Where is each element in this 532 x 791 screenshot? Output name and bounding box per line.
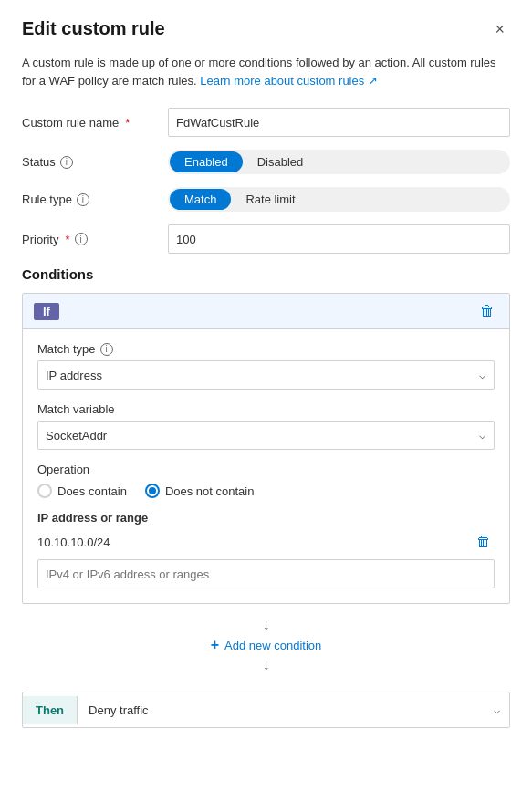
plus-icon: + [211, 637, 219, 653]
status-disabled-button[interactable]: Disabled [243, 151, 318, 172]
does-not-contain-radio-circle [145, 484, 160, 498]
condition-header: If 🗑 [23, 294, 509, 329]
add-condition-row: ↓ + Add new condition ↓ [22, 604, 510, 684]
does-contain-label: Does contain [57, 484, 127, 498]
ip-section-label: IP address or range [37, 511, 495, 525]
if-badge: If [34, 303, 59, 320]
match-type-select[interactable]: IP address Geo location HTTP header Requ… [37, 360, 495, 390]
priority-info-icon[interactable]: i [75, 233, 88, 245]
custom-rule-name-row: Custom rule name * [22, 108, 510, 137]
edit-custom-rule-panel: Edit custom rule × A custom rule is made… [0, 0, 532, 791]
rule-type-match-button[interactable]: Match [170, 189, 231, 210]
custom-rule-name-control [168, 108, 510, 137]
learn-more-link[interactable]: Learn more about custom rules ↗ [200, 74, 378, 88]
ip-range-input[interactable] [37, 559, 495, 588]
priority-control [168, 224, 510, 254]
custom-rule-name-input[interactable] [168, 108, 510, 137]
conditions-box: If 🗑 Match type i IP address Geo locatio… [22, 293, 510, 604]
match-variable-label: Match variable [37, 402, 495, 416]
priority-required-marker: * [65, 233, 69, 246]
ip-row: 10.10.10.0/24 🗑 [37, 532, 495, 552]
close-button[interactable]: × [489, 19, 510, 39]
description-text: A custom rule is made up of one or more … [22, 54, 510, 89]
then-select-wrapper: Deny traffic Allow traffic Log ⌵ [78, 692, 509, 727]
ip-value: 10.10.10.0/24 [37, 536, 465, 549]
custom-rule-name-label: Custom rule name * [22, 116, 168, 130]
status-info-icon[interactable]: i [60, 156, 73, 169]
priority-label: Priority * i [22, 233, 168, 246]
arrow-down-2-icon: ↓ [263, 657, 270, 673]
rule-type-rate-limit-button[interactable]: Rate limit [231, 189, 309, 210]
status-control: Enabled Disabled [168, 150, 510, 174]
delete-ip-button[interactable]: 🗑 [473, 532, 495, 552]
does-contain-radio-circle [37, 484, 52, 498]
rule-type-row: Rule type i Match Rate limit [22, 187, 510, 212]
does-not-contain-label: Does not contain [165, 484, 255, 498]
add-condition-label: Add new condition [224, 639, 321, 652]
status-toggle-group: Enabled Disabled [168, 150, 510, 174]
trash-icon: 🗑 [480, 303, 495, 318]
rule-type-label: Rule type i [22, 193, 168, 206]
rule-type-toggle-group: Match Rate limit [168, 187, 510, 212]
delete-condition-button[interactable]: 🗑 [476, 301, 498, 321]
match-type-wrapper: IP address Geo location HTTP header Requ… [37, 360, 495, 390]
status-enabled-button[interactable]: Enabled [170, 151, 243, 172]
arrow-down-icon: ↓ [263, 617, 270, 633]
status-label: Status i [22, 155, 168, 169]
status-row: Status i Enabled Disabled [22, 150, 510, 174]
required-marker: * [125, 116, 130, 130]
match-type-info-icon[interactable]: i [100, 343, 113, 356]
condition-body: Match type i IP address Geo location HTT… [23, 329, 509, 603]
then-row: Then Deny traffic Allow traffic Log ⌵ [22, 692, 510, 728]
priority-input[interactable] [168, 224, 510, 254]
operation-does-contain-option[interactable]: Does contain [37, 484, 127, 498]
add-condition-button[interactable]: + Add new condition [211, 637, 322, 653]
rule-type-info-icon[interactable]: i [77, 193, 89, 206]
match-variable-wrapper: SocketAddr RemoteAddr ⌵ [37, 421, 495, 450]
match-variable-select[interactable]: SocketAddr RemoteAddr [37, 421, 495, 450]
operation-radio-group: Does contain Does not contain [37, 484, 495, 498]
panel-header: Edit custom rule × [22, 18, 510, 39]
match-type-label: Match type i [37, 342, 495, 356]
then-badge: Then [23, 696, 78, 724]
conditions-section-title: Conditions [22, 266, 510, 282]
rule-type-control: Match Rate limit [168, 187, 510, 212]
panel-title: Edit custom rule [22, 18, 165, 39]
external-link-icon: ↗ [368, 74, 378, 88]
ip-trash-icon: 🗑 [476, 534, 491, 549]
priority-row: Priority * i [22, 224, 510, 254]
then-action-select[interactable]: Deny traffic Allow traffic Log [78, 692, 509, 727]
operation-does-not-contain-option[interactable]: Does not contain [145, 484, 255, 498]
operation-label: Operation [37, 463, 495, 476]
